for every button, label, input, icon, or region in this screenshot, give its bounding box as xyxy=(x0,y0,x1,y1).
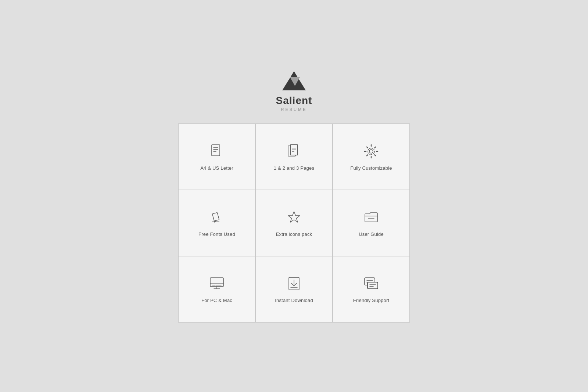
features-grid: A4 & US Letter 1 & 2 and 3 Pages Fully C… xyxy=(178,123,410,323)
svg-point-12 xyxy=(369,150,373,153)
document-icon xyxy=(208,143,226,160)
svg-point-13 xyxy=(368,148,374,155)
logo-subtitle: RESUME xyxy=(281,107,307,112)
cell-label-download: Instant Download xyxy=(275,298,313,303)
svg-rect-33 xyxy=(368,282,378,289)
cell-free-fonts: Free Fonts Used xyxy=(178,190,255,256)
cell-pc-mac: For PC & Mac xyxy=(178,256,255,322)
cell-label-customizable: Fully Customizable xyxy=(350,165,392,171)
cell-friendly-support: Friendly Support xyxy=(333,256,410,322)
svg-rect-2 xyxy=(212,145,220,156)
svg-rect-15 xyxy=(212,213,219,221)
cell-label-pages: 1 & 2 and 3 Pages xyxy=(274,165,314,171)
cell-customizable: Fully Customizable xyxy=(333,124,410,190)
gear-icon xyxy=(362,143,380,160)
cell-a4-us-letter: A4 & US Letter xyxy=(178,124,255,190)
download-icon xyxy=(285,275,303,292)
cell-pages: 1 & 2 and 3 Pages xyxy=(255,124,333,190)
cell-label-fonts: Free Fonts Used xyxy=(198,231,235,237)
logo-area: Salient RESUME xyxy=(276,70,312,112)
pages-icon xyxy=(285,143,303,160)
cell-user-guide: User Guide xyxy=(333,190,410,256)
cell-label-support: Friendly Support xyxy=(353,298,390,303)
folder-icon xyxy=(362,209,380,226)
cell-label-a4: A4 & US Letter xyxy=(200,165,233,171)
cell-icons-pack: Extra icons pack xyxy=(255,190,333,256)
pen-icon xyxy=(208,209,226,226)
logo-icon xyxy=(281,70,307,92)
chat-icon xyxy=(362,275,380,292)
cell-instant-download: Instant Download xyxy=(255,256,333,322)
cell-label-pc: For PC & Mac xyxy=(201,298,232,303)
logo-title: Salient xyxy=(276,95,312,107)
monitor-icon xyxy=(208,275,226,292)
star-icon xyxy=(285,209,303,226)
svg-marker-18 xyxy=(288,212,300,222)
cell-label-icons: Extra icons pack xyxy=(276,231,312,237)
cell-label-guide: User Guide xyxy=(359,231,384,237)
